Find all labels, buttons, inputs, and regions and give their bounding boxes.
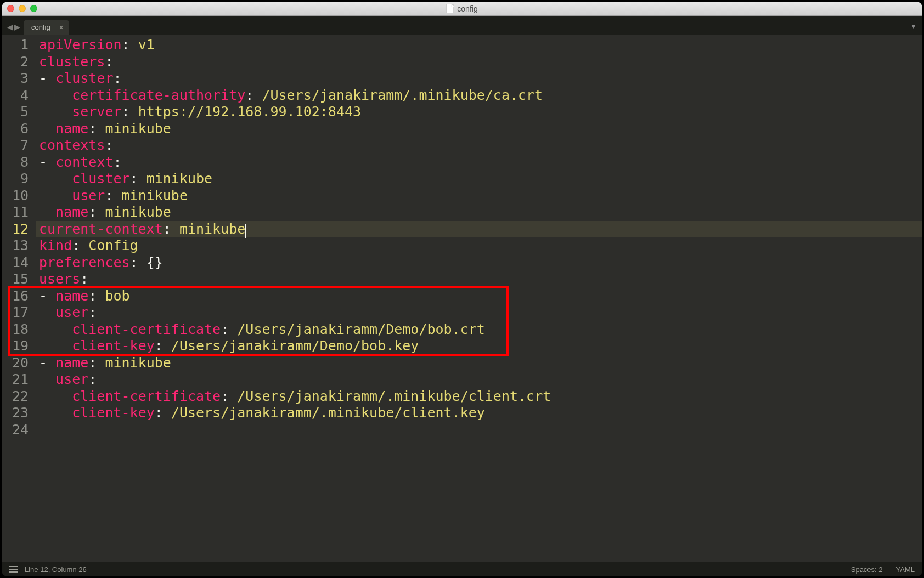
chevron-down-icon[interactable]: ▼ [910, 22, 917, 30]
window-title: config [446, 4, 477, 13]
tab-label: config [31, 23, 50, 31]
line-number-gutter[interactable]: 123456789101112131415161718192021222324 [2, 35, 36, 562]
menu-icon[interactable] [9, 566, 18, 573]
chevron-right-icon[interactable]: ▶ [14, 22, 20, 31]
zoom-icon[interactable] [30, 5, 37, 12]
code-content[interactable]: apiVersion: v1clusters:- cluster: certif… [36, 35, 922, 562]
minimize-icon[interactable] [19, 5, 26, 12]
tab-bar: ◀ ▶ config × ▼ [2, 16, 922, 35]
chevron-left-icon[interactable]: ◀ [7, 22, 13, 31]
tab-nav: ◀ ▶ [5, 22, 24, 35]
tab-config[interactable]: config × [24, 20, 69, 35]
window-controls [7, 5, 37, 12]
cursor-position[interactable]: Line 12, Column 26 [25, 565, 87, 574]
close-icon[interactable] [7, 5, 14, 12]
code-editor[interactable]: 123456789101112131415161718192021222324 … [2, 35, 922, 562]
status-bar: Line 12, Column 26 Spaces: 2 YAML [2, 562, 922, 576]
titlebar[interactable]: config [2, 2, 922, 16]
title-text: config [457, 4, 477, 13]
editor-window: config ◀ ▶ config × ▼ 123456789101112131… [2, 2, 922, 576]
syntax-mode[interactable]: YAML [896, 565, 915, 574]
close-icon[interactable]: × [59, 23, 64, 32]
indent-setting[interactable]: Spaces: 2 [851, 565, 883, 574]
file-icon [446, 4, 454, 13]
